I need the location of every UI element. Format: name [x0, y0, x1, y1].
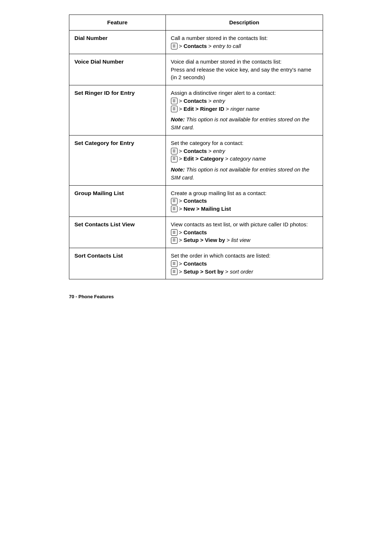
table-row: Set Ringer ID for Entry Assign a distinc…: [69, 85, 323, 136]
table-row: Group Mailing List Create a group mailin…: [69, 185, 323, 217]
feature-sort-contacts: Sort Contacts List: [69, 248, 166, 279]
menu-icon: ☰: [171, 198, 177, 205]
table-row: Set Contacts List View View contacts as …: [69, 217, 323, 248]
desc-contacts-view: View contacts as text list, or with pict…: [166, 217, 323, 248]
feature-ringer-id: Set Ringer ID for Entry: [69, 85, 166, 136]
menu-icon: ☰: [171, 206, 177, 212]
feature-voice-dial: Voice Dial Number: [69, 54, 166, 85]
menu-icon: ☰: [171, 268, 177, 275]
desc-group-mailing: Create a group mailing list as a contact…: [166, 185, 323, 217]
table-row: Voice Dial Number Voice dial a number st…: [69, 54, 323, 85]
desc-category: Set the category for a contact: ☰ > Cont…: [166, 135, 323, 185]
menu-icon: ☰: [171, 98, 177, 104]
desc-dial-number: Call a number stored in the contacts lis…: [166, 31, 323, 54]
footer-text: 70 - Phone Features: [69, 294, 114, 299]
menu-icon: ☰: [171, 43, 177, 49]
table-row: Dial Number Call a number stored in the …: [69, 31, 323, 54]
menu-icon: ☰: [171, 148, 177, 154]
feature-dial-number: Dial Number: [69, 31, 166, 54]
header-description: Description: [166, 15, 323, 31]
note-ringer-id: Note: This option is not available for e…: [171, 116, 318, 132]
desc-sort-contacts: Set the order in which contacts are list…: [166, 248, 323, 279]
menu-icon: ☰: [171, 237, 177, 244]
menu-icon: ☰: [171, 260, 177, 267]
table-row: Set Category for Entry Set the category …: [69, 135, 323, 185]
note-category: Note: This option is not available for e…: [171, 166, 318, 182]
feature-category: Set Category for Entry: [69, 135, 166, 185]
menu-icon: ☰: [171, 156, 177, 162]
feature-group-mailing: Group Mailing List: [69, 185, 166, 217]
table-row: Sort Contacts List Set the order in whic…: [69, 248, 323, 279]
page-content: Feature Description Dial Number Call a n…: [69, 15, 323, 299]
header-feature: Feature: [69, 15, 166, 31]
features-table: Feature Description Dial Number Call a n…: [69, 15, 323, 279]
menu-icon: ☰: [171, 229, 177, 236]
desc-voice-dial: Voice dial a number stored in the contac…: [166, 54, 323, 85]
feature-contacts-view: Set Contacts List View: [69, 217, 166, 248]
desc-ringer-id: Assign a distinctive ringer alert to a c…: [166, 85, 323, 136]
page-footer: 70 - Phone Features: [69, 294, 323, 299]
menu-icon: ☰: [171, 106, 177, 112]
